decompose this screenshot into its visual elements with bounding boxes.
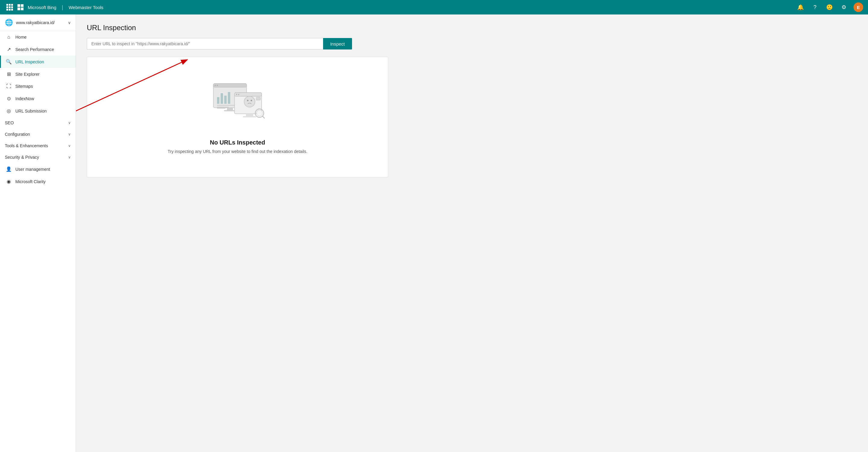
sitemap-icon: ⛶	[6, 84, 12, 89]
sidebar-label-site-explorer: Site Explorer	[16, 72, 39, 77]
empty-state-card: No URLs Inspected Try inspecting any URL…	[87, 57, 388, 177]
indexnow-icon: ⊙	[6, 96, 12, 102]
empty-state-illustration	[210, 81, 265, 130]
topbar-right: 🔔 ? 🙂 ⚙ E	[796, 2, 863, 12]
svg-point-18	[247, 100, 249, 101]
main-content: URL Inspection Inspect	[76, 15, 868, 452]
sidebar-item-indexnow[interactable]: ⊙ IndexNow	[0, 92, 76, 105]
sidebar-label-url-submission: URL Submission	[16, 109, 47, 113]
brand-separator: |	[62, 4, 63, 10]
settings-button[interactable]: ⚙	[839, 2, 849, 12]
security-chevron-icon: ∨	[68, 155, 71, 159]
windows-logo-icon	[18, 4, 24, 10]
svg-rect-7	[221, 93, 223, 104]
page-title: URL Inspection	[87, 24, 857, 32]
sidebar-section-configuration[interactable]: Configuration ∨	[0, 129, 76, 140]
table-icon: ⊞	[6, 71, 12, 77]
sidebar-label-user-management: User management	[16, 167, 50, 172]
notifications-button[interactable]: 🔔	[796, 2, 805, 12]
svg-rect-9	[228, 92, 230, 104]
svg-rect-12	[224, 110, 236, 111]
svg-point-4	[215, 85, 216, 86]
tools-label: Tools & Enhancements	[5, 143, 48, 148]
product-name: Webmaster Tools	[69, 5, 103, 10]
grid-menu-button[interactable]	[5, 2, 14, 12]
sidebar-label-sitemaps: Sitemaps	[16, 84, 33, 89]
topbar-left: Microsoft Bing | Webmaster Tools	[5, 2, 103, 12]
brand-name: Microsoft Bing	[28, 5, 56, 10]
search-icon: 🔍	[6, 59, 12, 64]
sidebar-section-tools-enhancements[interactable]: Tools & Enhancements ∨	[0, 140, 76, 151]
svg-point-17	[244, 96, 255, 107]
security-label: Security & Privacy	[5, 155, 39, 160]
svg-point-24	[256, 110, 262, 116]
configuration-chevron-icon: ∨	[68, 132, 71, 136]
svg-rect-21	[246, 114, 253, 116]
site-selector[interactable]: 🌐 www.rakyatbicara.id/ ∨	[0, 15, 76, 31]
svg-rect-3	[213, 84, 247, 87]
svg-point-16	[238, 94, 239, 95]
svg-rect-6	[217, 97, 219, 104]
seo-label: SEO	[5, 120, 14, 125]
help-button[interactable]: ?	[810, 2, 820, 12]
home-icon: ⌂	[6, 34, 12, 40]
globe-icon: 🌐	[5, 19, 13, 27]
url-submission-icon: ◎	[6, 108, 12, 114]
sidebar-item-site-explorer[interactable]: ⊞ Site Explorer	[0, 68, 76, 80]
sidebar-item-home[interactable]: ⌂ Home	[0, 31, 76, 43]
empty-state-title: No URLs Inspected	[210, 139, 265, 146]
svg-rect-20	[256, 97, 260, 100]
sidebar-section-security-privacy[interactable]: Security & Privacy ∨	[0, 151, 76, 163]
user-management-icon: 👤	[6, 166, 12, 172]
svg-rect-22	[243, 116, 256, 117]
clarity-icon: ◉	[6, 179, 12, 185]
url-inspect-bar: Inspect	[87, 38, 352, 50]
site-selector-chevron-icon: ∨	[68, 20, 71, 25]
svg-point-15	[236, 94, 237, 95]
sidebar-item-user-management[interactable]: 👤 User management	[0, 163, 76, 175]
annotation-arrow	[76, 57, 208, 123]
site-url: www.rakyatbicara.id/	[16, 20, 65, 25]
main-layout: 🌐 www.rakyatbicara.id/ ∨ ⌂ Home ↗ Search…	[0, 15, 868, 452]
svg-rect-11	[227, 108, 233, 110]
svg-rect-8	[224, 96, 227, 104]
inspect-button[interactable]: Inspect	[323, 38, 352, 50]
feedback-button[interactable]: 🙂	[825, 2, 834, 12]
sidebar-label-search-performance: Search Performance	[16, 47, 54, 52]
sidebar-item-url-submission[interactable]: ◎ URL Submission	[0, 105, 76, 117]
sidebar: 🌐 www.rakyatbicara.id/ ∨ ⌂ Home ↗ Search…	[0, 15, 76, 452]
tools-chevron-icon: ∨	[68, 144, 71, 148]
grid-icon	[6, 4, 13, 10]
sidebar-item-search-performance[interactable]: ↗ Search Performance	[0, 43, 76, 56]
sidebar-label-url-inspection: URL Inspection	[16, 59, 44, 64]
topbar: Microsoft Bing | Webmaster Tools 🔔 ? 🙂 ⚙…	[0, 0, 868, 15]
sidebar-section-seo[interactable]: SEO ∨	[0, 117, 76, 129]
svg-line-25	[262, 116, 265, 119]
trending-up-icon: ↗	[6, 47, 12, 52]
user-avatar[interactable]: E	[854, 2, 863, 12]
seo-chevron-icon: ∨	[68, 121, 71, 125]
empty-state-description: Try inspecting any URL from your website…	[167, 149, 307, 154]
url-input[interactable]	[87, 38, 323, 50]
svg-point-19	[251, 100, 252, 101]
svg-point-5	[217, 85, 218, 86]
sidebar-item-microsoft-clarity[interactable]: ◉ Microsoft Clarity	[0, 175, 76, 188]
configuration-label: Configuration	[5, 132, 30, 137]
sidebar-item-url-inspection[interactable]: 🔍 URL Inspection	[0, 56, 76, 68]
svg-line-0	[76, 60, 187, 111]
sidebar-item-sitemaps[interactable]: ⛶ Sitemaps	[0, 80, 76, 92]
sidebar-label-home: Home	[16, 35, 27, 39]
sidebar-label-microsoft-clarity: Microsoft Clarity	[16, 179, 45, 184]
sidebar-label-indexnow: IndexNow	[16, 96, 34, 101]
